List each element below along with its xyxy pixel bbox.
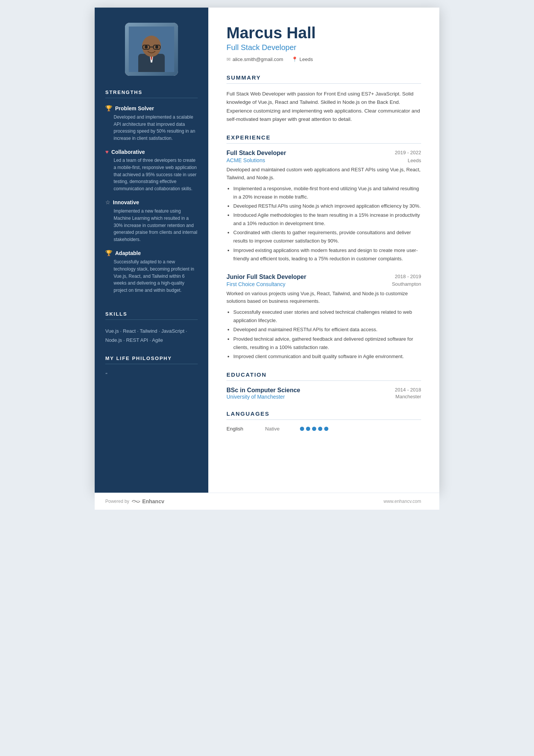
bullet-1-4: Coordinated with clients to gather requi…: [233, 229, 421, 245]
heart-icon: ♥: [105, 149, 109, 155]
email-contact: ✉ alice.smith@gmail.com: [226, 56, 283, 62]
strength-title-1: Problem Solver: [115, 105, 154, 111]
resume-header: Marcus Hall Full Stack Developer ✉ alice…: [226, 24, 421, 62]
location-icon: 📍: [292, 56, 298, 62]
company-2: First Choice Consultancy: [226, 281, 286, 287]
enhancv-svg-logo: [131, 499, 141, 504]
company-1: ACME Solutions: [226, 157, 265, 163]
trophy-icon-1: 🏆: [105, 105, 112, 112]
enhancv-brand-name: Enhancv: [142, 498, 164, 504]
sidebar: STRENGTHS 🏆 Problem Solver Developed and…: [95, 8, 208, 493]
email-icon: ✉: [226, 56, 231, 62]
job-bullets-1: Implemented a responsive, mobile-first f…: [226, 185, 421, 263]
location-text: Leeds: [300, 56, 313, 62]
svg-point-9: [155, 45, 158, 49]
enhancv-logo: Enhancv: [131, 498, 164, 504]
bullet-2-4: Improved client communication and built …: [233, 352, 421, 361]
svg-point-4: [142, 36, 161, 57]
job-title-1: Full Stack Developer: [226, 150, 286, 157]
bullet-2-1: Successfully executed user stories and s…: [233, 308, 421, 325]
strength-item-4: 🏆 Adaptable Successfully adapted to a ne…: [105, 250, 198, 294]
trophy-icon-2: 🏆: [105, 250, 112, 257]
lang-level-1: Native: [265, 426, 292, 432]
lang-dots-1: [300, 427, 328, 431]
bullet-1-1: Implemented a responsive, mobile-first f…: [233, 185, 421, 201]
location-contact: 📍 Leeds: [292, 56, 313, 62]
powered-by-text: Powered by: [105, 499, 129, 504]
svg-point-8: [145, 45, 148, 49]
strength-desc-1: Developed and implemented a scalable API…: [105, 114, 198, 142]
job-desc-2: Worked on various projects using Vue.js,…: [226, 290, 421, 306]
dot-1: [300, 427, 304, 431]
dot-5: [324, 427, 328, 431]
philosophy-quote: ": [105, 371, 198, 379]
edu-dates-1: 2014 - 2018: [395, 387, 421, 393]
avatar: [125, 23, 178, 76]
strength-desc-2: Led a team of three developers to create…: [105, 157, 198, 192]
bullet-1-2: Developed RESTful APIs using Node.js whi…: [233, 202, 421, 210]
footer-bar: Powered by Enhancv www.enhancv.com: [95, 493, 439, 510]
star-icon: ☆: [105, 199, 110, 206]
languages-section-title: LANGUAGES: [226, 410, 421, 420]
footer-website: www.enhancv.com: [384, 499, 421, 504]
summary-text: Full Stack Web Developer with passion fo…: [226, 90, 421, 124]
dot-3: [312, 427, 316, 431]
edu-degree-1: BSc in Computer Science: [226, 387, 300, 394]
skills-section: SKILLS Vue.js · React · Tailwind · JavaS…: [95, 311, 208, 345]
strength-item-1: 🏆 Problem Solver Developed and implement…: [105, 105, 198, 142]
job-title-2: Junior Full Stack Developer: [226, 274, 306, 280]
exp-entry-1: Full Stack Developer 2019 - 2022 ACME So…: [226, 150, 421, 263]
lang-row-1: English Native: [226, 426, 421, 432]
strength-item-2: ♥ Collaborative Led a team of three deve…: [105, 149, 198, 192]
job-location-1: Leeds: [408, 158, 421, 163]
strength-title-2: Collaborative: [111, 149, 145, 155]
strength-title-4: Adaptable: [115, 250, 141, 256]
email-text: alice.smith@gmail.com: [233, 56, 283, 62]
summary-section-title: SUMMARY: [226, 74, 421, 84]
job-dates-1: 2019 - 2022: [395, 150, 421, 155]
edu-school-1: University of Manchester: [226, 394, 285, 400]
education-section-title: EDUCATION: [226, 371, 421, 381]
edu-location-1: Manchester: [395, 394, 421, 400]
strength-title-3: Innovative: [113, 199, 139, 205]
strength-desc-4: Successfully adapted to a new technology…: [105, 258, 198, 294]
bullet-2-2: Developed and maintained RESTful APIs fo…: [233, 326, 421, 334]
dot-4: [318, 427, 322, 431]
contact-row: ✉ alice.smith@gmail.com 📍 Leeds: [226, 56, 421, 62]
main-content: Marcus Hall Full Stack Developer ✉ alice…: [208, 8, 439, 493]
strength-item-3: ☆ Innovative Implemented a new feature u…: [105, 199, 198, 243]
skills-title: SKILLS: [105, 311, 198, 320]
bullet-1-5: Improved existing applications with mode…: [233, 246, 421, 263]
strengths-title: STRENGTHS: [105, 89, 198, 98]
experience-section-title: EXPERIENCE: [226, 134, 421, 144]
strength-desc-3: Implemented a new feature using Machine …: [105, 208, 198, 243]
job-desc-1: Developed and maintained custom web appl…: [226, 166, 421, 182]
footer-left: Powered by Enhancv: [105, 498, 164, 504]
lang-name-1: English: [226, 426, 257, 432]
job-location-2: Southampton: [392, 281, 421, 287]
exp-entry-2: Junior Full Stack Developer 2018 - 2019 …: [226, 274, 421, 361]
skills-list: Vue.js · React · Tailwind · JavaScript ·…: [105, 327, 198, 345]
candidate-name: Marcus Hall: [226, 24, 421, 42]
bullet-1-3: Introduced Agile methodologies to the te…: [233, 211, 421, 228]
edu-entry-1: BSc in Computer Science 2014 - 2018 Univ…: [226, 387, 421, 400]
philosophy-title: MY LIFE PHILOSOPHY: [105, 355, 198, 364]
bullet-2-3: Provided technical advice, gathered feed…: [233, 335, 421, 352]
strengths-section: STRENGTHS 🏆 Problem Solver Developed and…: [95, 89, 208, 301]
candidate-title: Full Stack Developer: [226, 43, 421, 52]
dot-2: [306, 427, 310, 431]
philosophy-section: MY LIFE PHILOSOPHY ": [95, 355, 208, 379]
job-dates-2: 2018 - 2019: [395, 274, 421, 279]
job-bullets-2: Successfully executed user stories and s…: [226, 308, 421, 361]
